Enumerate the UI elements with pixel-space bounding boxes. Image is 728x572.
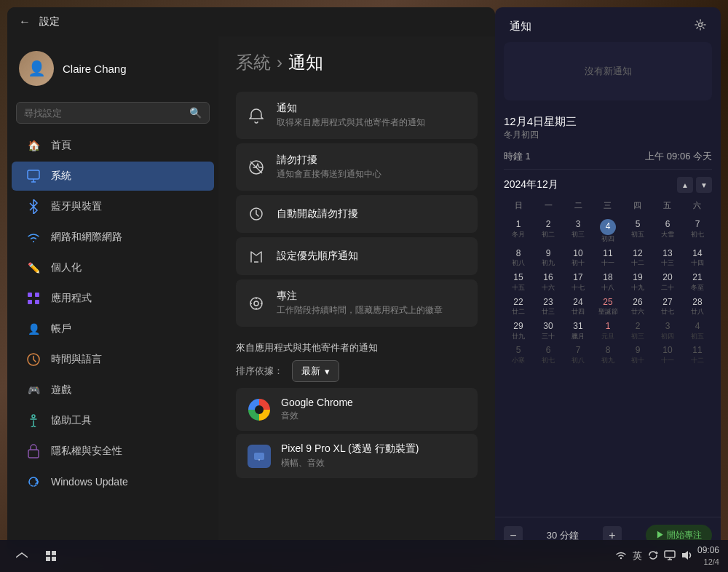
sidebar-item-update[interactable]: Windows Update (12, 467, 214, 496)
cal-next-button[interactable]: ▼ (696, 177, 712, 193)
calendar-day[interactable]: 26廿六 (623, 295, 652, 318)
calendar-day[interactable]: 9初九 (534, 246, 563, 269)
calendar-day[interactable]: 30三十 (534, 319, 563, 342)
svg-point-14 (254, 301, 258, 306)
calendar-day[interactable]: 8初八 (504, 246, 533, 269)
wd-0: 日 (504, 197, 534, 214)
calendar-day[interactable]: 23廿三 (534, 295, 563, 318)
calendar-day[interactable]: 7初八 (563, 343, 593, 366)
settings-item-focus[interactable]: 專注 工作階段持續時間，隱藏應用程式上的徽章 (236, 279, 478, 327)
app-item-chrome[interactable]: Google Chrome 音效 (236, 388, 478, 431)
accessibility-icon (26, 413, 41, 428)
calendar-day[interactable]: 15十五 (504, 270, 533, 293)
wd-3: 三 (593, 197, 623, 214)
calendar-day[interactable]: 13十三 (653, 246, 682, 269)
sidebar-item-privacy[interactable]: 隱私權與安全性 (12, 437, 214, 466)
calendar-day[interactable]: 11十一 (593, 246, 622, 269)
calendar-day[interactable]: 20二十 (653, 270, 682, 293)
main-content: 系統 › 通知 通知 取得來自應用程式與其他寄件者的通知 (218, 36, 495, 553)
calendar-day[interactable]: 1冬月 (504, 217, 533, 245)
sort-option: 最新 (301, 365, 320, 378)
calendar-day[interactable]: 6大雪 (653, 217, 682, 245)
cal-day-number: 26 (625, 297, 651, 309)
sidebar-item-gaming[interactable]: 🎮 遊戲 (12, 376, 214, 405)
calendar-day[interactable]: 24廿四 (563, 295, 593, 318)
calendar-day[interactable]: 5小寒 (504, 343, 533, 366)
calendar-day[interactable]: 2初二 (534, 217, 563, 245)
sidebar-item-home[interactable]: 🏠 首頁 (12, 131, 214, 160)
calendar-day[interactable]: 27廿七 (653, 295, 682, 318)
cal-day-number: 19 (625, 272, 651, 284)
calendar-day[interactable]: 17十七 (563, 270, 593, 293)
sidebar-item-personalize[interactable]: ✏️ 個人化 (12, 253, 214, 282)
taskbar: 英 (0, 540, 728, 572)
back-button[interactable]: ← (19, 15, 31, 28)
svg-rect-5 (28, 300, 32, 304)
calendar-day[interactable]: 2初三 (623, 319, 652, 342)
calendar-day[interactable]: 19十九 (623, 270, 652, 293)
calendar-day[interactable]: 3初三 (563, 217, 593, 245)
auto-dnd-icon (248, 205, 265, 223)
cal-day-lunar: 廿八 (684, 308, 711, 316)
app-item-pixel[interactable]: Pixel 9 Pro XL (透過 行動裝置) 橫幅、音效 (236, 434, 478, 478)
taskbar-chevron-icon[interactable] (9, 543, 35, 569)
calendar-day[interactable]: 14十四 (683, 246, 712, 269)
tray-refresh-icon[interactable] (648, 550, 658, 563)
sidebar-item-apps[interactable]: 應用程式 (12, 284, 214, 313)
calendar-day[interactable]: 7初七 (683, 217, 712, 245)
taskbar-start-icon[interactable] (38, 543, 64, 569)
calendar-day[interactable]: 4初五 (683, 319, 712, 342)
calendar-day[interactable]: 6初七 (534, 343, 563, 366)
svg-rect-0 (28, 170, 39, 179)
sidebar-item-bluetooth[interactable]: 藍牙與裝置 (12, 192, 214, 221)
calendar-day[interactable]: 18十八 (593, 270, 622, 293)
cal-day-number: 4 (684, 321, 711, 333)
calendar-day[interactable]: 4初四 (593, 217, 622, 245)
calendar-day[interactable]: 21冬至 (683, 270, 712, 293)
tray-wifi-icon[interactable] (615, 550, 627, 562)
settings-item-notification[interactable]: 通知 取得來自應用程式與其他寄件者的通知 (236, 92, 478, 139)
search-box[interactable]: 🔍 (16, 102, 210, 124)
calendar-day[interactable]: 3初四 (653, 319, 682, 342)
sidebar-item-accounts[interactable]: 👤 帳戶 (12, 314, 214, 343)
cal-day-lunar: 初七 (535, 357, 561, 365)
tray-volume-icon[interactable] (681, 550, 693, 563)
search-input[interactable] (24, 108, 183, 119)
tray-display-icon[interactable] (664, 550, 676, 563)
cal-day-number: 5 (625, 219, 651, 231)
settings-item-dnd[interactable]: 請勿打擾 通知會直接傳送到通知中心 (236, 143, 478, 191)
sidebar-item-system[interactable]: 系統 (12, 162, 214, 191)
notification-settings-icon[interactable] (695, 19, 706, 33)
user-profile[interactable]: 👤 Claire Chang (7, 42, 218, 98)
cal-day-lunar: 臘月 (565, 333, 591, 341)
calendar-day[interactable]: 25聖誕節 (593, 295, 622, 318)
calendar-day[interactable]: 16十六 (534, 270, 563, 293)
sidebar-item-time[interactable]: 時間與語言 (12, 345, 214, 374)
breadcrumb: 系統 (236, 51, 271, 74)
calendar-day[interactable]: 8初九 (593, 343, 622, 366)
sidebar-item-accessibility[interactable]: 協助工具 (12, 406, 214, 435)
calendar-day[interactable]: 10初十 (563, 246, 593, 269)
cal-prev-button[interactable]: ▲ (677, 177, 693, 193)
calendar-day[interactable]: 22廿二 (504, 295, 533, 318)
cal-day-number: 31 (565, 321, 591, 333)
calendar-day[interactable]: 9初十 (623, 343, 652, 366)
calendar-day[interactable]: 10十一 (653, 343, 682, 366)
calendar-day[interactable]: 29廿九 (504, 319, 533, 342)
settings-item-auto-dnd[interactable]: 自動開啟請勿打擾 (236, 195, 478, 233)
sidebar-item-network[interactable]: 網路和網際網路 (12, 223, 214, 252)
calendar-day[interactable]: 5初五 (623, 217, 652, 245)
priority-item-title: 設定優先順序通知 (277, 250, 358, 263)
settings-item-priority[interactable]: 設定優先順序通知 (236, 237, 478, 275)
sort-select[interactable]: 最新 ▾ (292, 360, 339, 382)
taskbar-clock[interactable]: 09:06 12/4 (697, 544, 719, 568)
tray-lang-icon[interactable]: 英 (633, 549, 642, 563)
calendar-day[interactable]: 12十二 (623, 246, 652, 269)
svg-rect-19 (254, 453, 264, 460)
calendar-day[interactable]: 11十二 (683, 343, 712, 366)
calendar-day[interactable]: 1元旦 (593, 319, 622, 342)
cal-day-lunar: 初二 (535, 231, 561, 239)
svg-rect-4 (35, 293, 39, 297)
calendar-day[interactable]: 31臘月 (563, 319, 593, 342)
calendar-day[interactable]: 28廿八 (683, 295, 712, 318)
